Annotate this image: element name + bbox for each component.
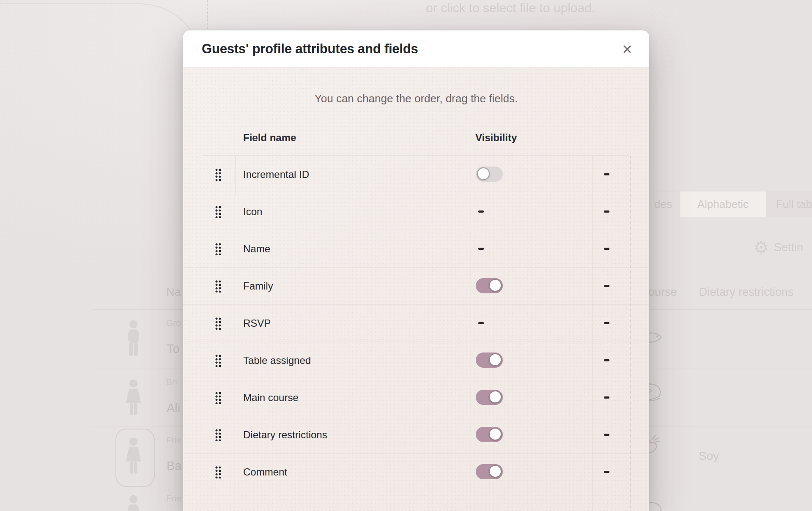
bg-main-course-column-header: ourse (648, 286, 677, 299)
drag-handle-icon[interactable] (215, 429, 222, 441)
field-label: Dietary restrictions (243, 416, 327, 453)
field-label: Icon (243, 193, 262, 230)
drag-handle-icon[interactable] (215, 280, 222, 292)
upload-hint-text: or click to select file to upload. (426, 1, 612, 15)
visibility-toggle[interactable] (476, 390, 503, 405)
settings-button: ⚙ Settin (754, 237, 812, 258)
dietary-restriction-value: Soy (699, 449, 719, 463)
drag-handle-icon[interactable] (215, 243, 222, 255)
drag-handle-icon[interactable] (215, 168, 222, 181)
settings-label: Settin (774, 241, 803, 254)
field-label: RSVP (243, 305, 271, 342)
field-label: Incremental ID (243, 156, 309, 193)
drag-instruction-text: You can change the order, drag the field… (183, 92, 649, 105)
guest-name: To (167, 342, 184, 356)
guest-group-label: Frie (166, 493, 184, 503)
visibility-cell (476, 416, 586, 453)
secondary-none-dash (604, 322, 609, 324)
dialog-title: Guests' profile attributes and fields (202, 41, 418, 57)
field-label: Comment (243, 454, 287, 490)
field-label: Name (243, 230, 270, 267)
field-row: Comment (183, 454, 649, 490)
toggle-knob (489, 465, 502, 478)
upload-card-corner (0, 3, 203, 258)
close-icon: × (622, 40, 632, 58)
bg-dietary-column-header: Dietary restrictions (699, 286, 794, 299)
visibility-cell (476, 342, 586, 379)
visibility-toggle[interactable] (476, 427, 503, 442)
visibility-toggle[interactable] (476, 278, 503, 293)
field-row: Incremental ID (183, 156, 649, 193)
drag-handle-icon[interactable] (215, 354, 222, 367)
field-label: Table assigned (243, 342, 311, 379)
secondary-none-dash (604, 173, 609, 175)
visibility-none-dash (478, 248, 484, 250)
secondary-none-dash (604, 210, 609, 213)
column-header-field-name: Field name (243, 132, 296, 144)
field-row: Dietary restrictions (183, 416, 649, 454)
guest-name: Ba (167, 459, 184, 473)
guest-group-label: Gro (166, 318, 184, 328)
secondary-none-dash (604, 248, 609, 250)
visibility-none-dash (478, 210, 484, 213)
visibility-cell (476, 156, 586, 193)
field-row: Main course (183, 379, 649, 416)
female-person-icon (122, 437, 145, 474)
field-rows: Incremental ID Icon (183, 156, 649, 490)
upload-dropzone-dashed-border (207, 0, 208, 33)
drag-handle-icon[interactable] (215, 205, 222, 218)
field-label: Main course (243, 379, 299, 416)
drag-handle-icon[interactable] (215, 391, 222, 404)
field-row: Name (183, 230, 649, 268)
secondary-none-dash (604, 285, 609, 287)
close-button[interactable]: × (618, 40, 636, 58)
visibility-cell (476, 454, 586, 490)
guest-group-label: Bri (166, 377, 184, 387)
secondary-none-dash (604, 359, 609, 361)
gear-icon: ⚙ (754, 239, 769, 256)
column-header-visibility: Visibility (475, 132, 517, 144)
drag-handle-icon[interactable] (215, 317, 222, 330)
toggle-knob (477, 167, 490, 180)
guest-name: Ali (167, 401, 184, 415)
guest-group-label: Frie (166, 435, 184, 445)
drag-handle-icon[interactable] (215, 466, 222, 478)
visibility-toggle[interactable] (476, 353, 503, 368)
toggle-knob (489, 391, 502, 403)
app-screen: or click to select file to upload. des A… (0, 0, 812, 511)
toggle-knob (489, 428, 502, 440)
visibility-cell (476, 379, 586, 416)
view-segment-alphabetic: Alphabetic (680, 191, 766, 217)
female-person-icon (122, 379, 145, 416)
bg-icon-column-divider (156, 309, 156, 511)
bg-table-left-edge (94, 309, 94, 511)
secondary-none-dash (604, 434, 609, 436)
male-person-icon (122, 320, 145, 357)
dialog-header: Guests' profile attributes and fields × (183, 30, 649, 68)
field-row: Family (183, 268, 649, 305)
bg-name-column-header: Na (166, 286, 181, 299)
field-row: Table assigned (183, 342, 649, 379)
toggle-knob (489, 279, 502, 292)
visibility-none-dash (478, 322, 484, 324)
toggle-knob (489, 353, 502, 366)
visibility-cell (476, 230, 586, 267)
dialog-body: You can change the order, drag the field… (183, 68, 649, 511)
field-row: Icon (183, 193, 649, 230)
visibility-cell (476, 193, 586, 230)
view-segment-full-table: Full tab (766, 191, 812, 217)
field-label: Family (243, 268, 273, 304)
visibility-cell (476, 305, 586, 342)
field-row: RSVP (183, 305, 649, 342)
secondary-none-dash (604, 471, 609, 473)
guest-fields-dialog: Guests' profile attributes and fields × … (183, 30, 649, 511)
visibility-toggle[interactable] (476, 167, 503, 182)
visibility-toggle[interactable] (476, 464, 503, 479)
male-person-icon (122, 495, 145, 511)
secondary-none-dash (604, 396, 609, 399)
visibility-cell (476, 268, 586, 304)
